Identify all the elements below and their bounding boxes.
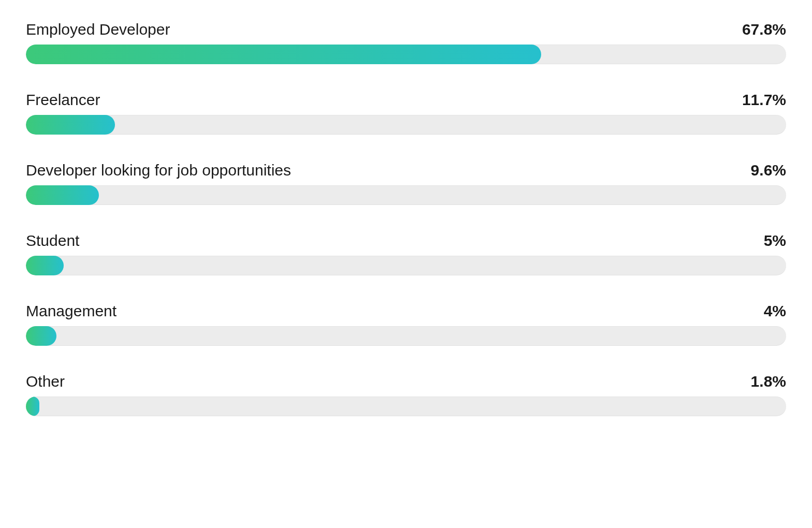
bar-label: Management [26, 302, 117, 320]
bar-chart: Employed Developer 67.8% Freelancer 11.7… [26, 21, 786, 416]
bar-value: 4% [764, 302, 786, 320]
bar-track [26, 256, 786, 275]
bar-header: Student 5% [26, 232, 786, 250]
bar-row: Other 1.8% [26, 373, 786, 416]
bar-label: Employed Developer [26, 21, 170, 38]
bar-track [26, 45, 786, 64]
bar-fill [26, 326, 56, 346]
bar-row: Employed Developer 67.8% [26, 21, 786, 64]
bar-value: 67.8% [742, 21, 786, 38]
bar-value: 9.6% [751, 162, 786, 179]
bar-value: 1.8% [751, 373, 786, 390]
bar-fill [26, 115, 115, 135]
bar-header: Employed Developer 67.8% [26, 21, 786, 38]
bar-row: Student 5% [26, 232, 786, 275]
bar-fill [26, 397, 39, 416]
bar-track [26, 185, 786, 205]
bar-fill [26, 45, 541, 64]
bar-track [26, 326, 786, 346]
bar-fill [26, 185, 99, 205]
bar-track [26, 397, 786, 416]
bar-label: Freelancer [26, 91, 100, 109]
bar-label: Developer looking for job opportunities [26, 162, 291, 179]
bar-header: Freelancer 11.7% [26, 91, 786, 109]
bar-track [26, 115, 786, 135]
bar-label: Student [26, 232, 79, 250]
bar-value: 11.7% [742, 91, 786, 109]
bar-header: Other 1.8% [26, 373, 786, 390]
bar-row: Freelancer 11.7% [26, 91, 786, 135]
bar-header: Management 4% [26, 302, 786, 320]
bar-fill [26, 256, 64, 275]
bar-row: Management 4% [26, 302, 786, 346]
bar-header: Developer looking for job opportunities … [26, 162, 786, 179]
bar-value: 5% [764, 232, 786, 250]
bar-label: Other [26, 373, 65, 390]
bar-row: Developer looking for job opportunities … [26, 162, 786, 205]
